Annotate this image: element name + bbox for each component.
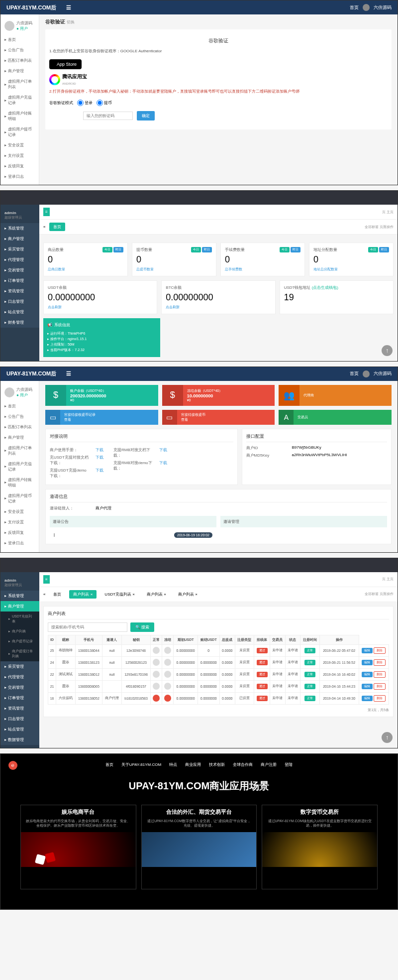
delete-button[interactable]: 删除 <box>374 671 386 678</box>
avatar[interactable] <box>363 4 370 11</box>
sidebar-item[interactable]: ▸ 订单管理 <box>0 275 39 286</box>
verify-code-input[interactable] <box>83 112 133 120</box>
delete-button[interactable]: 删除 <box>374 695 386 702</box>
nav-link[interactable]: 特点 <box>169 762 177 767</box>
sidebar-item[interactable]: ▸ 系统管理 <box>0 591 39 601</box>
sidebar-item[interactable]: ▸ 登录日志 <box>0 171 39 182</box>
sidebar-item[interactable]: ▸ 商户提现订单列表 <box>0 646 39 661</box>
sidebar-item[interactable]: ▸ 安全设置 <box>0 506 39 517</box>
tab-actions[interactable]: 全部标签 页面操作 <box>365 225 394 230</box>
sidebar-item[interactable]: ▸ 商户管理 <box>0 601 39 612</box>
sidebar-item[interactable]: ▸ 反馈回复 <box>0 161 39 171</box>
feature-card[interactable]: 合法的外汇、期货交易平台通过UPAY-81YM.COM数字货币人金交易，让"虚拟… <box>141 805 257 889</box>
sidebar-item[interactable]: ▸ 虚拟用户订单列表 <box>0 76 39 92</box>
sidebar-item[interactable]: ▸ 资讯管理 <box>0 703 39 714</box>
search-button[interactable]: 🔍 搜索 <box>130 622 154 632</box>
sidebar-item[interactable]: ▸ 商户提币记录 <box>0 636 39 646</box>
sidebar-item[interactable]: ▸ 商户管理 <box>0 432 39 443</box>
scroll-top-button[interactable]: ↑ <box>382 345 393 356</box>
stat-tile[interactable]: 👥代理商 <box>279 385 392 406</box>
edit-button[interactable]: 编辑 <box>362 672 373 677</box>
sidebar-item[interactable]: ▸ 支付设置 <box>0 150 39 161</box>
avatar[interactable] <box>363 370 370 377</box>
submit-button[interactable]: 确定 <box>137 111 155 121</box>
radio-login[interactable]: 登录 <box>77 100 93 106</box>
status-badge[interactable]: 正常 <box>304 696 315 701</box>
sidebar-item[interactable]: ▸ 交易管理 <box>0 265 39 275</box>
edit-button[interactable]: 编辑 <box>362 696 373 701</box>
sidebar-item[interactable]: ▸ 反馈回复 <box>0 527 39 538</box>
reg-badge[interactable]: 通过 <box>257 684 268 689</box>
sidebar-item[interactable]: ▸ 订单管理 <box>0 693 39 703</box>
sidebar-item[interactable]: ▸ 首页 <box>0 34 39 45</box>
sidebar-item[interactable]: ▸ 安全设置 <box>0 140 39 150</box>
reg-badge[interactable]: 通过 <box>257 672 268 677</box>
stat-tile[interactable]: ▭官接待接收提币查看 <box>162 410 275 425</box>
feature-card[interactable]: 数字货币交易所通过UPAY-81YM.COM钱包购入USDT在提至数字货币交易所… <box>262 805 378 889</box>
card-footer-link[interactable]: 总提币数量 <box>136 267 212 272</box>
nav-link[interactable]: 登陆 <box>285 762 293 767</box>
reg-badge[interactable]: 通过 <box>257 660 268 665</box>
sidebar-item[interactable]: ▸ 虚拟用户转账明细 <box>0 475 39 490</box>
tab-home[interactable]: 首页 <box>49 223 65 231</box>
sidebar-item[interactable]: ▸ 匹配订单列表 <box>0 55 39 66</box>
search-input[interactable] <box>48 622 127 632</box>
sidebar-item[interactable]: ▸ 公告广告 <box>0 45 39 55</box>
stat-tile[interactable]: $账户余额（USDT*40）200320.00000000¥0 <box>45 385 158 406</box>
menu-toggle-icon[interactable]: ☰ <box>66 4 71 11</box>
scroll-top-button[interactable]: ↑ <box>382 732 393 743</box>
sidebar-item[interactable]: ▸ 财务管理 <box>0 317 39 328</box>
tag[interactable]: 今日 <box>191 247 201 252</box>
nav-link[interactable]: 技术创新 <box>209 762 225 767</box>
sidebar-item[interactable]: ▸ 虚拟用户提币记录 <box>0 124 39 140</box>
content-tab[interactable]: 首页 <box>49 590 65 599</box>
nav-home[interactable]: 首页 <box>350 4 359 11</box>
card-footer-link[interactable]: 总手续费数 <box>225 267 300 272</box>
appstore-badge[interactable]: App Store <box>49 59 82 69</box>
radio-withdraw[interactable]: 提币 <box>97 100 112 106</box>
sidebar-item[interactable]: ▸ 日志管理 <box>0 296 39 307</box>
sidebar-toggle-icon[interactable]: ≡ <box>43 575 50 584</box>
sidebar-item[interactable]: ▸ 日志管理 <box>0 714 39 724</box>
sidebar-item[interactable]: ▸ 交易管理 <box>0 682 39 693</box>
sidebar-item[interactable]: ▸ 站点管理 <box>0 307 39 317</box>
sidebar-item[interactable]: ▸ 站点管理 <box>0 724 39 735</box>
tencent-badge[interactable]: 腾讯应用宝ANDROID <box>49 73 388 86</box>
sidebar-item[interactable]: ▸ 商户管理 <box>0 234 39 244</box>
card-footer-link[interactable]: 点击刷新 <box>48 305 153 310</box>
card-footer-link[interactable]: 点击刷新 <box>166 305 271 310</box>
sidebar-item[interactable]: ▸ 代理管理 <box>0 254 39 265</box>
nav-home[interactable]: 首页 <box>350 370 359 377</box>
content-tab[interactable]: 商户列表 × <box>174 590 201 599</box>
download-link[interactable]: 下载 <box>96 468 103 479</box>
sidebar-item[interactable]: ▸ 虚拟用户订单列表 <box>0 443 39 459</box>
status-badge[interactable]: 正常 <box>304 648 315 653</box>
nav-link[interactable]: 商业应用 <box>185 762 201 767</box>
menu-toggle-icon[interactable]: ☰ <box>66 370 71 377</box>
nav-link[interactable]: 关于UPAY-81YM.COM <box>121 762 161 767</box>
card-footer-link[interactable]: 总商品数量 <box>48 267 123 272</box>
delete-button[interactable]: 删除 <box>374 647 386 654</box>
sidebar-item[interactable]: ▸ 资讯管理 <box>0 286 39 296</box>
tag[interactable]: 今日 <box>280 247 290 252</box>
sidebar-item[interactable]: ▸ USDT充值列表 <box>0 612 39 626</box>
sidebar-item[interactable]: ▸ 虚拟用户充值记录 <box>0 459 39 475</box>
sidebar-item[interactable]: ▸ 公告广告 <box>0 411 39 422</box>
sidebar-item[interactable]: ▸ 虚拟用户转账明细 <box>0 108 39 124</box>
download-link[interactable]: 下载 <box>96 455 103 466</box>
tag[interactable]: 今日 <box>102 247 112 252</box>
download-link[interactable]: 下载 <box>159 447 167 458</box>
reg-badge[interactable]: 通过 <box>257 648 268 653</box>
sidebar-item[interactable]: ▸ 商户管理 <box>0 66 39 76</box>
content-tab[interactable]: USDT充值列表 × <box>100 590 139 599</box>
card-footer-link[interactable]: 地址总分配数量 <box>313 267 389 272</box>
edit-button[interactable]: 编辑 <box>362 684 373 689</box>
nav-link[interactable]: 首页 <box>105 762 113 767</box>
tab-actions[interactable]: 全部标签 页面操作 <box>365 592 394 597</box>
tag[interactable]: 昨日 <box>113 247 123 252</box>
sidebar-item[interactable]: ▸ 代理管理 <box>0 672 39 682</box>
delete-button[interactable]: 删除 <box>374 659 386 666</box>
content-tab[interactable]: 商户列表 × <box>69 590 97 599</box>
download-link[interactable]: 下载 <box>96 447 103 453</box>
nav-link[interactable]: 商户注册 <box>261 762 277 767</box>
